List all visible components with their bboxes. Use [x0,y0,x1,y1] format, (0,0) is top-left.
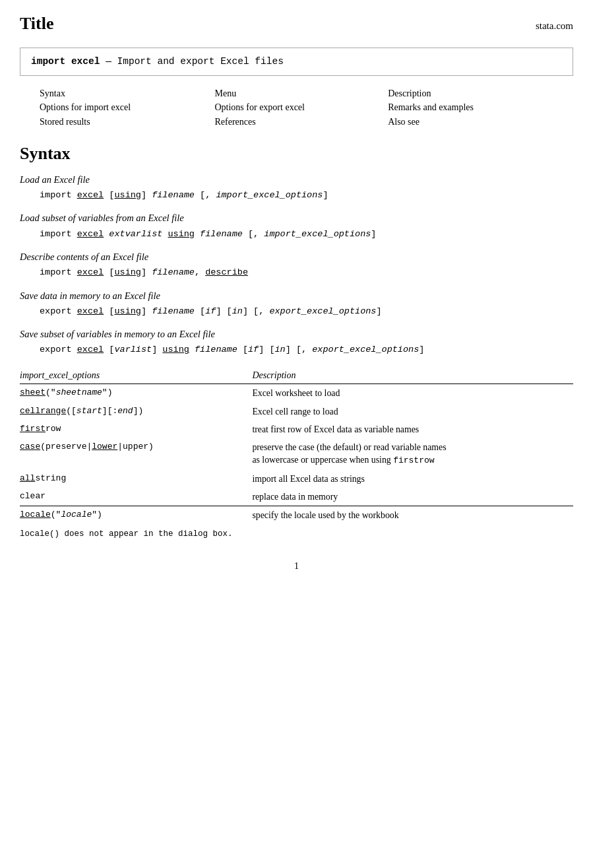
syntax-block-line: export excel [varlist] using filename [i… [40,343,573,356]
title-box: import excel — Import and export Excel f… [20,48,573,75]
options-row: cellrange([start][:end])Excel cell range… [20,403,573,420]
syntax-block-desc: Describe contents of an Excel file [20,250,573,263]
page-number: 1 [0,560,593,573]
options-row: allstringimport all Excel data as string… [20,470,573,488]
nav-link[interactable]: Also see [388,115,553,129]
option-desc: import all Excel data as strings [252,470,573,488]
options-row: clearreplace data in memory [20,488,573,506]
syntax-block: Load subset of variables from an Excel f… [20,211,573,241]
syntax-block: Describe contents of an Excel fileimport… [20,250,573,280]
option-name: clear [20,488,252,506]
nav-link[interactable]: Remarks and examples [388,100,553,115]
syntax-block-desc: Save data in memory to an Excel file [20,289,573,302]
syntax-heading: Syntax [20,142,573,166]
nav-link[interactable]: Options for import excel [40,100,214,115]
options-col1-header: import_excel_options [20,369,252,384]
page-header: Title stata.com [0,0,593,42]
option-name: allstring [20,470,252,488]
nav-link[interactable]: Menu [214,86,388,101]
syntax-block: Load an Excel fileimport excel [using] f… [20,173,573,203]
title-command: import excel [31,56,100,67]
syntax-block-desc: Load an Excel file [20,173,573,186]
nav-row: Stored resultsReferencesAlso see [40,115,553,129]
nav-link[interactable]: Syntax [40,86,214,101]
nav-link[interactable]: Description [388,86,553,101]
options-header-row: import_excel_options Description [20,369,573,384]
options-table-wrap: import_excel_options Description sheet("… [20,369,573,525]
page-title: Title [20,12,54,36]
nav-link[interactable]: Options for export excel [214,100,388,115]
syntax-block: Save data in memory to an Excel fileexpo… [20,289,573,319]
syntax-block-line: import excel [using] filename, describe [40,266,573,279]
page-domain: stata.com [536,19,573,33]
title-separator: — [106,56,117,67]
option-desc: Excel cell range to load [252,403,573,420]
option-name: locale("locale") [20,506,252,525]
options-row: sheet("sheetname")Excel worksheet to loa… [20,384,573,403]
nav-link[interactable]: References [214,115,388,129]
option-name: case(preserve|lower|upper) [20,438,252,470]
option-name: sheet("sheetname") [20,384,252,403]
nav-table: SyntaxMenuDescriptionOptions for import … [40,86,553,129]
syntax-block-desc: Save subset of variables in memory to an… [20,327,573,341]
syntax-block-line: export excel [using] filename [if] [in] … [40,305,573,318]
options-col2-header: Description [252,369,573,384]
syntax-block-desc: Load subset of variables from an Excel f… [20,211,573,224]
options-row: locale("locale")specify the locale used … [20,506,573,525]
syntax-content: Load an Excel fileimport excel [using] f… [20,173,573,357]
footnote: locale() does not appear in the dialog b… [20,529,573,541]
nav-row: SyntaxMenuDescription [40,86,553,101]
option-desc: Excel worksheet to load [252,384,573,403]
nav-links-table: SyntaxMenuDescriptionOptions for import … [40,86,553,129]
title-description: Import and export Excel files [117,56,284,67]
nav-row: Options for import excelOptions for expo… [40,100,553,115]
option-name: cellrange([start][:end]) [20,403,252,420]
options-table: import_excel_options Description sheet("… [20,369,573,525]
option-name: firstrow [20,420,252,438]
options-row: case(preserve|lower|upper)preserve the c… [20,438,573,470]
nav-link[interactable]: Stored results [40,115,214,129]
syntax-block: Save subset of variables in memory to an… [20,327,573,357]
syntax-block-line: import excel extvarlist using filename [… [40,228,573,241]
option-desc: specify the locale used by the workbook [252,506,573,525]
options-row: firstrowtreat first row of Excel data as… [20,420,573,438]
option-desc: treat first row of Excel data as variabl… [252,420,573,438]
option-desc: replace data in memory [252,488,573,506]
option-desc: preserve the case (the default) or read … [252,438,573,470]
syntax-block-line: import excel [using] filename [, import_… [40,189,573,202]
